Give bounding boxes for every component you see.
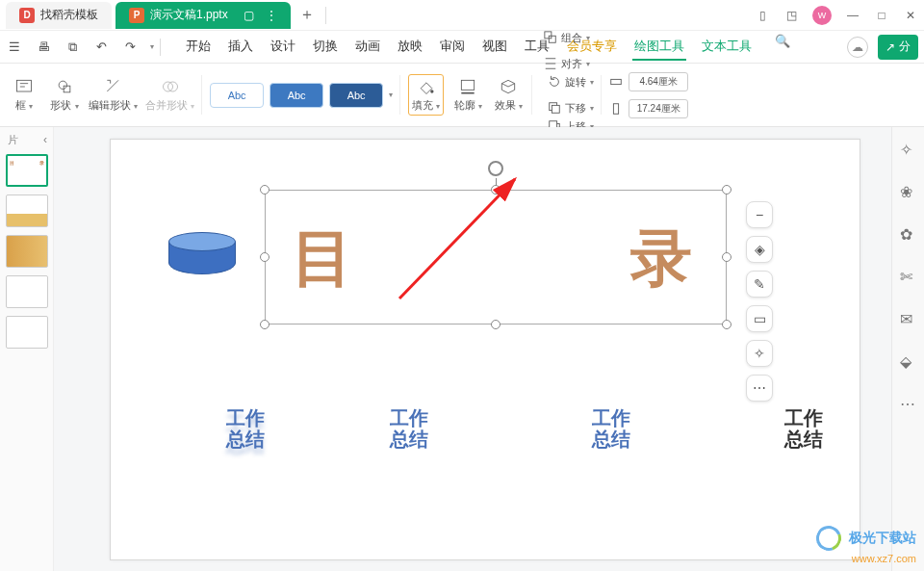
thumbs-collapse[interactable]: ‹ — [43, 133, 47, 146]
wordart-3[interactable]: 工作 总结 — [582, 407, 640, 450]
quick-access: ☰ 🖶 ⧉ ↶ ↷ ▾ — [6, 39, 154, 56]
rail-chart-icon[interactable]: ⬙ — [900, 352, 917, 370]
pill-magic[interactable]: ✧ — [746, 340, 773, 367]
quick-more[interactable]: ▾ — [150, 42, 154, 51]
align-tool[interactable]: 对齐▾ — [544, 57, 590, 71]
width-icon — [609, 75, 623, 89]
title-char-left: 目 — [292, 217, 353, 300]
menu-drawing-tools[interactable]: 绘图工具 — [632, 34, 686, 61]
tab-menu-icon[interactable]: ⋮ — [266, 9, 277, 22]
undo-icon[interactable]: ↶ — [92, 39, 110, 56]
save-icon[interactable]: ☰ — [6, 39, 23, 56]
new-tab-button[interactable]: ＋ — [295, 5, 320, 25]
textbox-tool[interactable]: 框 ▾ — [8, 77, 40, 113]
thumb-5[interactable] — [6, 316, 48, 349]
wordart-4[interactable]: 工作 总结 — [775, 407, 833, 450]
redo-icon[interactable]: ↷ — [121, 39, 139, 56]
thumb-1[interactable]: 目录 — [6, 154, 48, 187]
workspace: 片 ‹ 目录 — [0, 127, 891, 571]
size-group: 4.64厘米 17.24厘米 — [602, 67, 696, 122]
menu-view[interactable]: 视图 — [480, 34, 509, 61]
handle-ne[interactable] — [722, 185, 732, 195]
thumbs-label: 片 — [8, 133, 18, 147]
ribbon: 框 ▾ 形状 ▾ 编辑形状 ▾ 合并形状 ▾ Abc Abc Abc ▾ — [0, 64, 924, 127]
width-row: 4.64厘米 — [609, 70, 688, 93]
preview-icon[interactable]: ⧉ — [64, 39, 81, 56]
separator — [160, 39, 161, 56]
height-icon — [609, 102, 623, 116]
pill-layout[interactable]: ▭ — [746, 305, 773, 332]
height-field[interactable]: 17.24厘米 — [629, 99, 688, 118]
wordart-1[interactable]: 工作 总结 — [217, 407, 274, 450]
pill-more[interactable]: ⋯ — [746, 375, 773, 402]
slide[interactable]: 目 录 工作 总结 工作 总结 工作 总结 工作 总结 − ◈ ✎ ▭ ✧ ⋯ — [110, 139, 860, 560]
canvas[interactable]: 目 录 工作 总结 工作 总结 工作 总结 工作 总结 − ◈ ✎ ▭ ✧ ⋯ — [54, 127, 891, 571]
tab-document-badge: P — [129, 8, 144, 23]
close-button[interactable]: ✕ — [903, 9, 918, 22]
handle-se[interactable] — [722, 320, 732, 329]
handle-w[interactable] — [260, 252, 270, 262]
effect-tool[interactable]: 效果 ▾ — [492, 77, 525, 113]
menu-slideshow[interactable]: 放映 — [396, 34, 424, 61]
tab-templates-label: 找稻壳模板 — [40, 7, 98, 23]
rail-chat-icon[interactable]: ✉ — [900, 310, 917, 327]
rail-more-icon[interactable]: ⋯ — [900, 395, 917, 412]
device-icon[interactable]: ▯ — [755, 8, 770, 23]
print-icon[interactable]: 🖶 — [35, 39, 52, 56]
pill-layers[interactable]: ◈ — [746, 236, 773, 263]
selected-textbox[interactable]: 目 录 — [265, 190, 727, 324]
share-button[interactable]: ↗ 分 — [878, 35, 918, 60]
watermark-url: www.xz7.com — [852, 553, 916, 564]
rotate-handle[interactable] — [488, 161, 503, 176]
tab-templates[interactable]: D 找稻壳模板 — [6, 2, 112, 29]
watermark-title: 极光下载站 — [849, 530, 916, 545]
menu-design[interactable]: 设计 — [269, 34, 297, 61]
avatar[interactable]: W — [812, 6, 832, 25]
menu-transition[interactable]: 切换 — [311, 34, 340, 61]
merge-shape-tool[interactable]: 合并形状 ▾ — [145, 77, 194, 113]
menu-review[interactable]: 审阅 — [438, 34, 467, 61]
rail-shape-icon[interactable]: ✿ — [900, 225, 917, 243]
height-row: 17.24厘米 — [609, 97, 688, 120]
group-tool[interactable]: 组合▾ — [544, 31, 590, 45]
rotate-tool[interactable]: 旋转▾ — [548, 75, 594, 90]
handle-nw[interactable] — [260, 185, 270, 195]
box-icon[interactable]: ◳ — [783, 8, 799, 23]
style-more[interactable]: ▾ — [389, 91, 393, 99]
menu-start[interactable]: 开始 — [184, 34, 213, 61]
main-menu: 开始 插入 设计 切换 动画 放映 审阅 视图 工具 会员专享 绘图工具 文本工… — [184, 34, 790, 61]
outline-tool[interactable]: 轮廓 ▾ — [451, 77, 484, 113]
thumb-2[interactable] — [6, 195, 48, 227]
pill-edit[interactable]: ✎ — [746, 271, 773, 298]
menu-insert[interactable]: 插入 — [226, 34, 255, 61]
pill-zoomout[interactable]: − — [746, 201, 773, 228]
menu-animation[interactable]: 动画 — [353, 34, 382, 61]
thumb-4[interactable] — [6, 275, 48, 308]
shape-tool[interactable]: 形状 ▾ — [48, 77, 81, 113]
movedown-tool[interactable]: 下移▾ — [548, 101, 594, 116]
search-icon[interactable]: 🔍 — [775, 34, 790, 61]
cylinder-shape[interactable] — [168, 232, 236, 280]
rail-style-icon[interactable]: ❀ — [900, 183, 917, 200]
minimize-button[interactable]: — — [845, 9, 860, 22]
fill-tool[interactable]: 填充 ▾ — [408, 74, 444, 116]
thumb-3[interactable] — [6, 235, 48, 268]
tab-document[interactable]: P 演示文稿1.pptx ▢ ⋮ — [116, 2, 291, 29]
present-icon[interactable]: ▢ — [244, 9, 254, 22]
style-preset-1[interactable]: Abc — [210, 83, 264, 108]
rail-pin-icon[interactable]: ✧ — [900, 141, 917, 158]
style-preset-2[interactable]: Abc — [270, 83, 323, 108]
handle-e[interactable] — [722, 252, 732, 262]
edit-shape-tool[interactable]: 编辑形状 ▾ — [89, 77, 138, 113]
style-preset-3[interactable]: Abc — [329, 83, 383, 108]
width-field[interactable]: 4.64厘米 — [629, 72, 688, 91]
thumbnail-panel: 片 ‹ 目录 — [0, 127, 54, 571]
maximize-button[interactable]: □ — [874, 9, 889, 22]
handle-sw[interactable] — [260, 320, 270, 329]
cloud-icon[interactable]: ☁ — [847, 37, 868, 58]
menu-text-tools[interactable]: 文本工具 — [700, 34, 754, 61]
handle-s[interactable] — [491, 320, 500, 329]
rail-clip-icon[interactable]: ✄ — [900, 268, 917, 285]
handle-n[interactable] — [491, 185, 500, 195]
wordart-2[interactable]: 工作 总结 — [380, 407, 438, 450]
